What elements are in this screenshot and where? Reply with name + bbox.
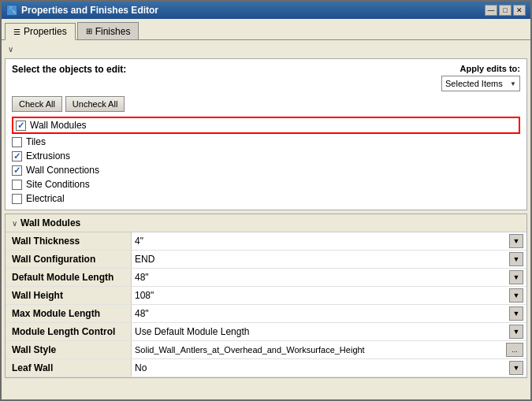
apply-edits-value: Selected Items [445,79,503,88]
module-length-control-dropdown[interactable]: Use Default Module Length ▼ [135,325,523,339]
property-row-default-module-length: Default Module Length 48" ▼ [6,269,526,287]
leaf-wall-value: No ▼ [132,359,526,377]
wall-style-value: Solid_Wall_Antlers_at_Overhead_and_Works… [132,341,526,358]
properties-tab-label: Properties [24,26,67,37]
checkbox-site-conditions[interactable]: Site Conditions [12,178,520,191]
checkbox-site-conditions-box[interactable] [12,180,22,190]
tab-bar: ☰ Properties ⊞ Finishes [2,19,530,40]
checkbox-electrical-box[interactable] [12,194,22,204]
check-all-button[interactable]: Check All [12,96,62,112]
wall-style-browse-btn[interactable]: ... [506,343,523,357]
max-module-length-label: Max Module Length [6,305,132,322]
wall-modules-section: ∨ Wall Modules Wall Thickness 4" ▼ Wall … [5,213,527,378]
checkbox-tiles[interactable]: Tiles [12,136,520,148]
button-row: Check All Uncheck All [12,96,520,112]
apply-edits-label: Apply edits to: [460,64,520,73]
uncheck-all-button[interactable]: Uncheck All [65,96,125,112]
tab-properties[interactable]: ☰ Properties [5,23,76,40]
module-length-control-text: Use Default Module Length [135,326,509,337]
wall-style-label: Wall Style [6,341,132,358]
checkbox-extrusions[interactable]: ✓ Extrusions [12,150,520,162]
properties-tab-icon: ☰ [13,28,20,36]
wall-config-text: END [135,254,509,265]
wall-config-label: Wall Configuration [6,251,132,268]
wall-config-dropdown-btn[interactable]: ▼ [509,252,523,266]
property-row-wall-height: Wall Height 108" ▼ [6,287,526,305]
title-bar: 🔧 Properties and Finishes Editor — □ ✕ [2,2,530,19]
scrollable-content[interactable]: ∨ Select the objects to edit: Apply edit… [2,40,530,399]
wall-modules-collapse-arrow[interactable]: ∨ [12,219,17,228]
wall-thickness-dropdown[interactable]: 4" ▼ [135,234,523,248]
checkbox-wall-modules[interactable]: ✓ Wall Modules [12,117,520,134]
checkbox-electrical[interactable]: Electrical [12,192,520,205]
wall-config-dropdown[interactable]: END ▼ [135,252,523,266]
apply-edits-dropdown[interactable]: Selected Items ▼ [441,76,520,91]
property-row-max-module-length: Max Module Length 48" ▼ [6,305,526,323]
default-module-length-text: 48" [135,272,509,283]
title-buttons: — □ ✕ [485,5,526,16]
max-module-length-text: 48" [135,308,509,319]
module-length-control-dropdown-btn[interactable]: ▼ [509,325,523,339]
wall-thickness-dropdown-btn[interactable]: ▼ [509,234,523,248]
leaf-wall-label: Leaf Wall [6,359,132,377]
property-row-leaf-wall: Leaf Wall No ▼ [6,359,526,377]
select-objects-title: Select the objects to edit: [12,64,126,75]
property-row-wall-style: Wall Style Solid_Wall_Antlers_at_Overhea… [6,341,526,359]
checkbox-wall-modules-box[interactable]: ✓ [16,121,26,131]
checkbox-wall-modules-label: Wall Modules [30,120,87,131]
close-button[interactable]: ✕ [513,5,526,16]
checkbox-wall-connections-label: Wall Connections [26,165,99,176]
leaf-wall-dropdown[interactable]: No ▼ [135,361,523,375]
property-row-wall-thickness: Wall Thickness 4" ▼ [6,232,526,251]
checkbox-wall-connections[interactable]: ✓ Wall Connections [12,164,520,176]
maximize-button[interactable]: □ [499,5,512,16]
max-module-length-dropdown[interactable]: 48" ▼ [135,306,523,321]
wall-height-label: Wall Height [6,287,132,304]
wall-thickness-text: 4" [135,236,509,247]
select-objects-section: Select the objects to edit: Apply edits … [5,58,527,210]
wall-thickness-value: 4" ▼ [132,232,526,250]
checkbox-extrusions-box[interactable]: ✓ [12,151,22,162]
wall-height-dropdown-btn[interactable]: ▼ [509,288,523,303]
apply-edits-section: Apply edits to: Selected Items ▼ [441,64,520,91]
default-module-length-value: 48" ▼ [132,269,526,286]
property-row-wall-config: Wall Configuration END ▼ [6,251,526,269]
wall-height-text: 108" [135,290,509,301]
content-area: ∨ Select the objects to edit: Apply edit… [2,40,530,399]
minimize-button[interactable]: — [485,5,497,16]
default-module-length-dropdown-btn[interactable]: ▼ [509,270,523,284]
default-module-length-dropdown[interactable]: 48" ▼ [135,270,523,284]
wall-height-value: 108" ▼ [132,287,526,304]
top-collapse: ∨ [5,43,527,55]
tab-finishes[interactable]: ⊞ Finishes [77,22,140,39]
checkbox-tiles-box[interactable] [12,137,22,147]
checkbox-electrical-label: Electrical [26,193,65,204]
finishes-tab-icon: ⊞ [86,27,92,35]
apply-edits-arrow: ▼ [510,80,516,87]
leaf-wall-text: No [135,362,509,373]
property-row-module-length-control: Module Length Control Use Default Module… [6,323,526,341]
wall-modules-header[interactable]: ∨ Wall Modules [6,214,526,232]
select-header-row: Select the objects to edit: Apply edits … [12,64,520,91]
default-module-length-label: Default Module Length [6,269,132,286]
checkbox-wall-connections-box[interactable]: ✓ [12,165,22,176]
max-module-length-value: 48" ▼ [132,305,526,322]
main-window: 🔧 Properties and Finishes Editor — □ ✕ ☰… [0,0,532,401]
finishes-tab-label: Finishes [95,26,131,37]
module-length-control-label: Module Length Control [6,323,132,340]
top-collapse-arrow[interactable]: ∨ [8,45,13,54]
wall-modules-title: Wall Modules [20,217,80,228]
leaf-wall-dropdown-btn[interactable]: ▼ [509,361,523,375]
max-module-length-dropdown-btn[interactable]: ▼ [509,306,523,321]
wall-style-text: Solid_Wall_Antlers_at_Overhead_and_Works… [135,345,504,355]
checkbox-tiles-label: Tiles [26,136,46,147]
checkbox-list: ✓ Wall Modules Tiles ✓ Extrusion [12,117,520,205]
module-length-control-value: Use Default Module Length ▼ [132,323,526,340]
wall-style-container: Solid_Wall_Antlers_at_Overhead_and_Works… [135,343,523,357]
wall-thickness-label: Wall Thickness [6,232,132,250]
checkbox-extrusions-label: Extrusions [26,150,70,162]
wall-height-dropdown[interactable]: 108" ▼ [135,288,523,303]
checkbox-site-conditions-label: Site Conditions [26,179,90,190]
wall-config-value: END ▼ [132,251,526,268]
window-icon: 🔧 [6,5,17,16]
